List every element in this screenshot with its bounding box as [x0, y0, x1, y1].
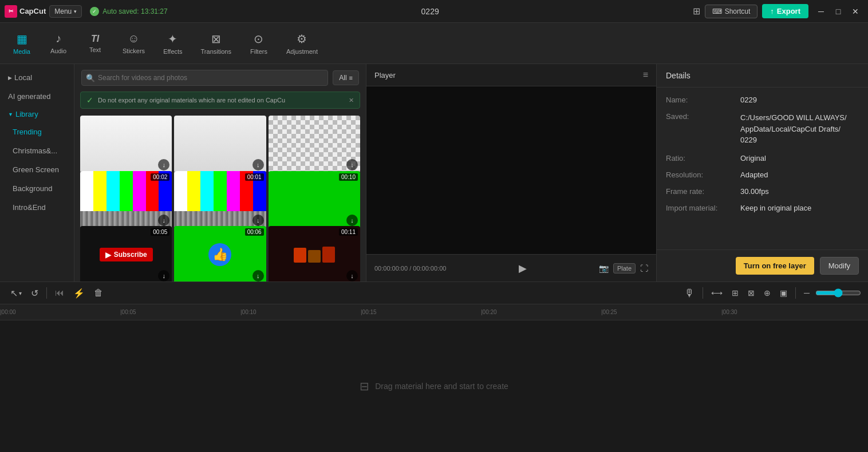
media-thumb-3[interactable]: ↓: [269, 116, 360, 173]
sidebar-item-background[interactable]: Background: [0, 180, 74, 197]
select-tool-button[interactable]: ↖▾: [7, 286, 25, 301]
tl-split-button[interactable]: ⚡: [70, 286, 88, 301]
media-thumb-9[interactable]: 00:11 ↓: [269, 226, 360, 281]
logo-icon: ✂: [5, 5, 17, 18]
detail-row-name: Name: 0229: [666, 96, 859, 104]
search-input[interactable]: [81, 70, 328, 86]
shortcut-label: Shortcut: [725, 7, 751, 15]
media-thumb-1[interactable]: ↓: [80, 116, 172, 173]
thumb-download-icon9[interactable]: ↓: [346, 270, 358, 281]
media-thumb-6[interactable]: 00:10 ↓: [269, 171, 360, 228]
saved-label: Saved:: [666, 112, 740, 146]
drag-hint: ⊟ Drag material here and start to create: [360, 379, 508, 393]
export-button[interactable]: ↑ Export: [762, 4, 808, 18]
tl-back-button[interactable]: ⏮: [52, 286, 68, 300]
player-play-button[interactable]: ▶: [519, 262, 527, 275]
all-filter-button[interactable]: All ≡: [333, 70, 359, 85]
text-icon: TI: [91, 34, 99, 44]
restore-button[interactable]: □: [830, 3, 846, 19]
details-content: Name: 0229 Saved: C:/Users/GOOD WILL ALW…: [657, 88, 868, 249]
win-controls: ─ □ ✕: [813, 3, 863, 19]
thumb-duration-5: 00:01: [245, 173, 264, 181]
sidebar-item-introend[interactable]: Intro&End: [0, 199, 74, 216]
media-thumb-8[interactable]: 👍 00:06 ↓: [174, 226, 266, 281]
turn-on-free-layer-button[interactable]: Turn on free layer: [736, 257, 814, 275]
player-time: 00:00:00:00 / 00:00:00:00: [374, 265, 446, 272]
modify-button[interactable]: Modify: [820, 257, 859, 275]
sidebar-ai-generated[interactable]: AI generated: [0, 88, 74, 105]
like-icon: 👍: [208, 243, 231, 266]
export-icon: ↑: [770, 7, 774, 15]
thumb-download-icon5[interactable]: ↓: [252, 215, 264, 226]
player-right-controls: 📷 Plate ⛶: [599, 263, 648, 273]
timeline-content: ⊟ Drag material here and start to create: [0, 320, 868, 452]
autosave-indicator: ✓ Auto saved: 13:31:27: [90, 7, 167, 16]
shortcut-button[interactable]: ⌨ Shortcut: [705, 5, 758, 18]
media-grid: ↓ ↓ ↓: [74, 113, 366, 281]
resolution-value: Adapted: [740, 171, 768, 179]
resolution-label: Resolution:: [666, 171, 740, 179]
media-thumb-2[interactable]: ↓: [174, 116, 266, 173]
layout-icon: ⊞: [693, 6, 700, 17]
stickers-icon: ☺: [128, 32, 139, 45]
thumb-download-icon8[interactable]: ↓: [252, 270, 264, 281]
tl-magnetic-button[interactable]: ⊞: [728, 286, 742, 300]
sidebar-item-christmas[interactable]: Christmas&...: [0, 142, 74, 160]
drag-icon: ⊟: [360, 379, 369, 393]
titlebar: ✂ CapCut Menu ▾ ✓ Auto saved: 13:31:27 0…: [0, 0, 868, 23]
sidebar-local-section[interactable]: ▶ Local: [0, 69, 74, 86]
tl-delete-button[interactable]: 🗑: [90, 286, 106, 300]
details-panel: Details Name: 0229 Saved: C:/Users/GOOD …: [656, 64, 868, 281]
tl-center-button[interactable]: ⊕: [760, 286, 774, 300]
tool-media[interactable]: ▦ Media: [5, 29, 39, 58]
thumb-download-icon6[interactable]: ↓: [346, 215, 358, 226]
tl-snap-button[interactable]: ⊠: [744, 286, 758, 300]
player-canvas: [366, 86, 656, 254]
sidebar-item-trending[interactable]: Trending: [0, 123, 74, 141]
media-thumb-5[interactable]: 00:01 ↓: [174, 171, 266, 228]
notice-close-icon[interactable]: ✕: [349, 97, 354, 104]
player-menu-icon[interactable]: ≡: [643, 70, 648, 80]
autosave-text: Auto saved: 13:31:27: [102, 7, 167, 15]
tool-transitions[interactable]: ⊠ Transitions: [193, 29, 239, 58]
detail-row-saved: Saved: C:/Users/GOOD WILL ALWAYS/AppData…: [666, 112, 859, 146]
tool-text[interactable]: TI Text: [78, 30, 112, 57]
import-value: Keep in original place: [740, 204, 811, 212]
sidebar-item-greenscreen[interactable]: Green Screen: [0, 161, 74, 179]
tl-zoom-out-button[interactable]: ─: [800, 286, 813, 300]
thumb-download-icon7[interactable]: ↓: [158, 270, 169, 281]
search-wrapper: 🔍: [81, 70, 328, 86]
player-snapshot-button[interactable]: 📷: [599, 264, 609, 273]
media-thumb-4[interactable]: 00:02 ↓: [80, 171, 172, 228]
close-button[interactable]: ✕: [847, 3, 863, 19]
tool-audio[interactable]: ♪ Audio: [41, 29, 76, 58]
player-fullscreen-button[interactable]: ⛶: [640, 264, 648, 273]
autosave-dot-icon: ✓: [90, 7, 99, 16]
tool-effects[interactable]: ✦ Effects: [155, 29, 190, 58]
thumb-download-icon2[interactable]: ↓: [252, 159, 264, 171]
shortcut-icon: ⌨: [712, 7, 722, 15]
tool-stickers[interactable]: ☺ Stickers: [115, 29, 153, 58]
minimize-button[interactable]: ─: [813, 3, 829, 19]
tl-mic-button[interactable]: 🎙: [681, 285, 698, 302]
project-name: 0229: [421, 7, 439, 16]
transitions-icon: ⊠: [211, 32, 221, 46]
media-icon: ▦: [17, 32, 27, 46]
details-footer: Turn on free layer Modify: [657, 249, 868, 281]
undo-button[interactable]: ↺: [27, 286, 42, 301]
media-thumb-7[interactable]: ▶ Subscribe 00:05 ↓: [80, 226, 172, 281]
thumb-duration-4: 00:02: [151, 173, 169, 181]
tool-filters[interactable]: ⊙ Filters: [242, 29, 276, 58]
player-ratio-button[interactable]: Plate: [613, 263, 636, 273]
tl-preview-button[interactable]: ▣: [776, 286, 791, 300]
timeline-area: |00:00 |00:05 |00:10 |00:15 |00:20 |00:2…: [0, 304, 868, 452]
details-header: Details: [657, 64, 868, 88]
tl-zoom-slider[interactable]: [815, 288, 861, 298]
filter-icon: ≡: [349, 74, 353, 81]
tl-link-button[interactable]: ⟷: [708, 286, 726, 300]
timeline-toolbar: ↖▾ ↺ ⏮ ⚡ 🗑 🎙 ⟷ ⊞ ⊠ ⊕ ▣ ─: [0, 281, 868, 304]
framerate-value: 30.00fps: [740, 187, 769, 196]
tool-adjustment[interactable]: ⚙ Adjustment: [278, 29, 326, 58]
menu-button[interactable]: Menu ▾: [49, 5, 82, 18]
ruler-mark-10: |00:10: [240, 309, 257, 315]
